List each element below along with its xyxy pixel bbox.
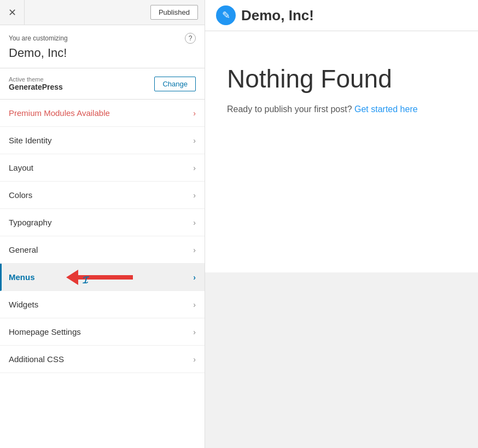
- sidebar-item-label-layout: Layout: [9, 163, 33, 172]
- top-bar: ✕ Published: [0, 0, 205, 25]
- preview-header: ✎ Demo, Inc!: [205, 0, 478, 31]
- customizing-section: You are customizing ? Demo, Inc!: [0, 25, 205, 68]
- preview-panel: ✎ Demo, Inc! Nothing Found Ready to publ…: [205, 0, 478, 448]
- chevron-icon-typography: ›: [193, 218, 196, 227]
- site-icon: ✎: [216, 5, 236, 25]
- theme-info: Active theme GeneratePress: [9, 76, 63, 91]
- arrow-body: [78, 275, 133, 280]
- sidebar-item-general[interactable]: General ›: [0, 236, 205, 264]
- sidebar-item-label-colors: Colors: [9, 190, 32, 200]
- sidebar-item-label-typography: Typography: [9, 218, 51, 227]
- pencil-icon: ✎: [222, 9, 230, 21]
- chevron-icon-widgets: ›: [193, 300, 196, 309]
- chevron-icon-general: ›: [193, 246, 196, 254]
- sidebar-item-label-site-identity: Site Identity: [9, 136, 51, 145]
- sidebar-item-premium[interactable]: Premium Modules Available ›: [0, 100, 205, 127]
- help-button[interactable]: ?: [185, 33, 196, 44]
- chevron-icon-premium: ›: [193, 109, 196, 118]
- red-arrow-annotation: [67, 270, 133, 285]
- get-started-link[interactable]: Get started here: [354, 104, 418, 114]
- sidebar-item-label-additional-css: Additional CSS: [9, 354, 64, 364]
- chevron-icon-additional-css: ›: [193, 355, 196, 364]
- customizing-title: Demo, Inc!: [9, 46, 196, 60]
- chevron-icon-colors: ›: [193, 191, 196, 200]
- customizing-text: You are customizing: [9, 34, 68, 42]
- nothing-found-heading: Nothing Found: [227, 64, 456, 94]
- cursor-icon: 𝓘: [83, 274, 89, 286]
- arrow-head: [66, 270, 78, 285]
- customizing-label-row: You are customizing ?: [9, 33, 196, 44]
- chevron-icon-layout: ›: [193, 164, 196, 172]
- published-button[interactable]: Published: [150, 5, 198, 20]
- chevron-icon-menus: ›: [193, 273, 196, 282]
- preview-footer-area: [205, 272, 478, 448]
- sidebar-item-label-menus: Menus: [9, 272, 35, 282]
- chevron-icon-homepage-settings: ›: [193, 328, 196, 336]
- theme-name: GeneratePress: [9, 83, 63, 91]
- nav-list: Premium Modules Available › Site Identit…: [0, 100, 205, 373]
- sidebar-item-label-homepage-settings: Homepage Settings: [9, 327, 81, 336]
- preview-content: Nothing Found Ready to publish your firs…: [205, 31, 478, 272]
- sidebar-item-colors[interactable]: Colors ›: [0, 182, 205, 209]
- nothing-desc-text: Ready to publish your first post?: [227, 104, 352, 114]
- sidebar-item-menus[interactable]: Menus 𝓘 ›: [0, 264, 205, 291]
- sidebar-item-typography[interactable]: Typography ›: [0, 209, 205, 236]
- preview-site-title: Demo, Inc!: [241, 7, 314, 24]
- close-icon: ✕: [8, 7, 16, 19]
- sidebar-item-label-widgets: Widgets: [9, 300, 38, 309]
- sidebar-item-label-general: General: [9, 245, 38, 254]
- close-button[interactable]: ✕: [0, 0, 25, 25]
- change-theme-button[interactable]: Change: [154, 77, 196, 91]
- theme-label: Active theme: [9, 76, 63, 83]
- chevron-icon-site-identity: ›: [193, 136, 196, 145]
- sidebar: ✕ Published You are customizing ? Demo, …: [0, 0, 205, 448]
- sidebar-item-layout[interactable]: Layout ›: [0, 154, 205, 182]
- sidebar-item-widgets[interactable]: Widgets ›: [0, 291, 205, 318]
- sidebar-item-label-premium: Premium Modules Available: [9, 108, 110, 118]
- sidebar-item-additional-css[interactable]: Additional CSS ›: [0, 346, 205, 373]
- sidebar-item-homepage-settings[interactable]: Homepage Settings ›: [0, 318, 205, 346]
- sidebar-item-site-identity[interactable]: Site Identity ›: [0, 127, 205, 154]
- theme-section: Active theme GeneratePress Change: [0, 68, 205, 100]
- nothing-found-desc: Ready to publish your first post? Get st…: [227, 104, 456, 114]
